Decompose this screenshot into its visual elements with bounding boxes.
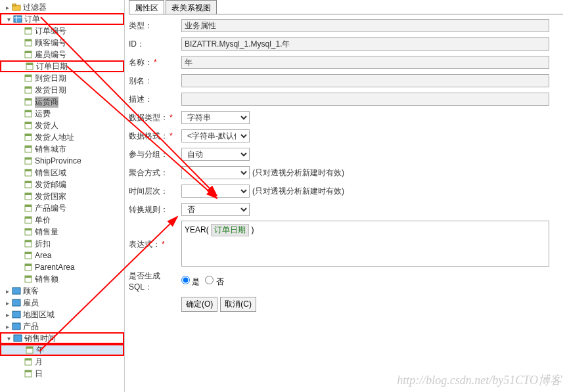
field-icon — [24, 227, 33, 236]
svg-rect-57 — [25, 359, 32, 360]
tree-item-field[interactable]: 订单日期 — [0, 60, 124, 72]
tree-item-map-region[interactable]: ▸ 地图区域 — [0, 309, 124, 320]
svg-rect-55 — [26, 347, 33, 349]
tree-label: 年 — [36, 345, 44, 356]
tree-item-field[interactable]: 日 — [0, 368, 124, 380]
label-name: 名称：* — [129, 57, 181, 68]
tree-label: 订单 — [24, 14, 40, 25]
chevron-right-icon: ▸ — [4, 323, 11, 330]
svg-rect-38 — [25, 217, 32, 219]
radio-yes[interactable]: 是 — [181, 276, 200, 288]
tree-item-field[interactable]: ParentArea — [0, 261, 124, 273]
svg-rect-14 — [25, 75, 32, 77]
tree-label: 发货国家 — [35, 191, 66, 202]
tree-item-order[interactable]: ▾ 订单 — [0, 13, 124, 25]
hint-agg: (只对透视分析新建时有效) — [252, 167, 344, 179]
tree-item-field[interactable]: 发货日期 — [0, 84, 124, 96]
table-icon — [13, 14, 22, 24]
tab-props[interactable]: 属性区 — [129, 0, 164, 14]
svg-rect-53 — [14, 335, 22, 341]
input-alias[interactable] — [181, 74, 549, 87]
tree-label: 销售城市 — [35, 144, 66, 155]
field-icon — [25, 62, 34, 71]
field-icon — [24, 26, 33, 35]
select-time[interactable] — [181, 185, 250, 198]
tree-item-field[interactable]: 销售城市 — [0, 143, 124, 155]
select-dformat[interactable]: <字符串-默认值> — [181, 129, 250, 142]
tree-item-field[interactable]: 折扣 — [0, 238, 124, 250]
tree-item-field[interactable]: 顾客编号 — [0, 37, 124, 49]
input-type[interactable] — [181, 19, 549, 32]
svg-rect-48 — [25, 276, 32, 278]
tree-item-field[interactable]: 运货商 — [0, 96, 124, 108]
label-expr: 表达式：* — [129, 221, 181, 250]
tree-item-field[interactable]: 发货人 — [0, 120, 124, 131]
svg-rect-34 — [25, 193, 32, 195]
tree-item-field[interactable]: 单价 — [0, 214, 124, 226]
tree-label: Area — [35, 251, 51, 260]
field-icon — [24, 251, 33, 260]
svg-rect-36 — [25, 205, 32, 207]
field-icon — [24, 38, 33, 47]
svg-rect-16 — [25, 87, 32, 89]
tree-item-field[interactable]: 订单编号 — [0, 25, 124, 37]
svg-rect-32 — [25, 181, 32, 183]
tree-item-field[interactable]: 到货日期 — [0, 72, 124, 84]
expr-field-tag[interactable]: 订单日期 — [211, 224, 249, 236]
ok-button[interactable]: 确定(O) — [181, 297, 217, 312]
chevron-right-icon: ▸ — [4, 311, 11, 318]
select-group[interactable]: 自动 — [181, 148, 250, 161]
tree-item-field[interactable]: 发货国家 — [0, 190, 124, 202]
tree-item-field[interactable]: 月 — [0, 356, 124, 368]
tree-item-customer[interactable]: ▸ 顾客 — [0, 285, 124, 297]
tree-label: 产品 — [23, 321, 39, 332]
field-icon — [24, 239, 33, 248]
tree-panel: ▸ 过滤器 ▾ 订单 订单编号顾客编号雇员编号订单日期到货日期发货日期运货商运费… — [0, 0, 125, 392]
input-desc[interactable] — [181, 93, 549, 106]
field-icon — [24, 215, 33, 225]
tree-label: 顾客编号 — [35, 37, 66, 49]
tree-item-filter[interactable]: ▸ 过滤器 — [0, 1, 124, 13]
expr-box[interactable]: YEAR( 订单日期 ) — [181, 221, 549, 267]
tree-item-field[interactable]: 销售区域 — [0, 167, 124, 179]
label-sql: 是否生成SQL： — [129, 271, 181, 293]
label-group: 参与分组： — [129, 149, 181, 160]
tree-label: 产品编号 — [35, 203, 66, 214]
tree-item-field[interactable]: 销售额 — [0, 273, 124, 285]
tree-label: 过滤器 — [23, 2, 47, 13]
select-conv[interactable]: 否 — [181, 203, 250, 216]
tree-label: 地图区域 — [23, 309, 55, 320]
tree-item-field[interactable]: 发货邮编 — [0, 179, 124, 190]
svg-rect-28 — [25, 158, 32, 160]
label-id: ID： — [129, 39, 181, 50]
tree-item-sale-time[interactable]: ▾ 销售时间 — [0, 332, 124, 344]
tree-item-field[interactable]: 发货人地址 — [0, 131, 124, 143]
tree-item-product[interactable]: ▸ 产品 — [0, 320, 124, 332]
select-dtype[interactable]: 字符串 — [181, 111, 250, 124]
input-id[interactable] — [181, 37, 549, 51]
tree-item-field[interactable]: 雇员编号 — [0, 49, 124, 60]
tree-item-field[interactable]: 年 — [0, 344, 124, 356]
tree-item-field[interactable]: ShipProvince — [0, 155, 124, 167]
field-icon — [24, 109, 33, 118]
tree-item-field[interactable]: Area — [0, 250, 124, 261]
svg-rect-24 — [25, 134, 32, 136]
chevron-down-icon: ▾ — [5, 16, 12, 22]
tab-relation[interactable]: 表关系视图 — [166, 0, 217, 14]
svg-rect-30 — [25, 169, 32, 171]
tree-item-field[interactable]: 销售量 — [0, 226, 124, 238]
svg-rect-50 — [12, 299, 20, 306]
tree-item-field[interactable]: 运费 — [0, 108, 124, 120]
tree-label: 运货商 — [35, 97, 58, 108]
chevron-right-icon: ▸ — [4, 4, 11, 11]
cancel-button[interactable]: 取消(C) — [220, 297, 256, 312]
svg-rect-44 — [25, 252, 32, 254]
tree-item-field[interactable]: 产品编号 — [0, 202, 124, 214]
radio-no[interactable]: 否 — [205, 276, 223, 288]
svg-rect-20 — [25, 110, 32, 112]
tree-item-employee[interactable]: ▸ 雇员 — [0, 297, 124, 309]
svg-rect-51 — [12, 311, 20, 318]
tree-label: 雇员 — [23, 297, 39, 309]
input-name[interactable] — [181, 56, 549, 69]
select-agg[interactable] — [181, 166, 250, 179]
